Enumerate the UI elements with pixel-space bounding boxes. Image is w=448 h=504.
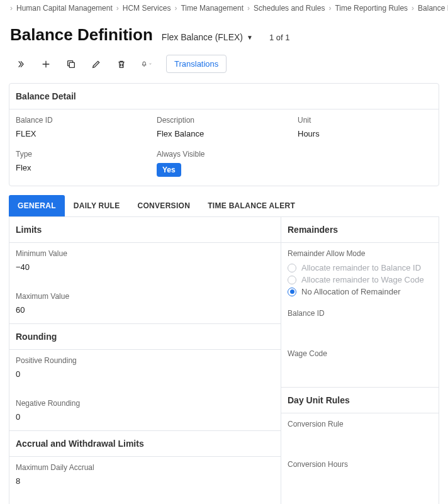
section-title-accrual: Accrual and Withdrawal Limits [9,430,281,457]
field-label: Minimum Value [16,249,274,258]
description-value: Flex Balance [157,129,291,138]
toolbar: Translations [0,51,448,82]
field-label: Balance ID [16,116,150,125]
page-title: Balance Definition [10,25,153,45]
breadcrumb-item[interactable]: Time Reporting Rules [335,4,408,13]
tab-time-balance-alert[interactable]: TIME BALANCE ALERT [199,195,304,216]
breadcrumb-item[interactable]: Balance Definition [418,4,448,13]
field-label: Wage Code [288,349,432,358]
max-daily-accrual-value: 8 [16,476,274,486]
chevron-down-icon [148,61,152,67]
breadcrumb-item[interactable]: Schedules and Rules [254,4,325,13]
radio-icon [288,276,296,284]
radio-icon [288,288,296,296]
field-label: Type [16,150,150,159]
radio-icon [288,264,296,272]
balance-id-value: FLEX [16,129,150,138]
field-label: Remainder Allow Mode [288,249,432,258]
chevron-right-icon: › [247,4,250,13]
section-title-day-unit-rules: Day Unit Rules [281,387,439,413]
maximum-value: 60 [16,305,274,315]
add-icon[interactable] [40,59,52,70]
field-label: Always Visible [157,150,291,159]
breadcrumb-item[interactable]: Human Capital Management [16,4,113,13]
translations-button[interactable]: Translations [166,55,227,73]
field-label: Balance ID [288,309,432,318]
balance-detail-panel: Balance Detail Balance ID FLEX Type Flex… [9,83,439,186]
radio-allocate-balance[interactable]: Allocate remainder to Balance ID [288,262,432,274]
panel-title: Balance Detail [9,84,439,109]
chevron-right-icon: › [116,4,119,13]
breadcrumb-item[interactable]: HCM Services [123,4,171,13]
field-label: Conversion Hours [288,460,432,469]
tab-daily-rule[interactable]: DAILY RULE [65,195,129,216]
notifications-icon[interactable] [141,59,152,70]
section-title-limits: Limits [9,217,281,243]
tab-general[interactable]: GENERAL [9,195,65,216]
record-selector[interactable]: Flex Balance (FLEX) ▼ [162,32,253,42]
chevron-right-icon: › [328,4,331,13]
chevron-right-icon: › [412,4,414,13]
minimum-value: −40 [16,262,274,272]
negative-rounding-value: 0 [16,412,274,422]
page-header: Balance Definition Flex Balance (FLEX) ▼… [0,16,448,51]
edit-icon[interactable] [91,59,102,70]
field-label: Negative Rounding [16,399,274,408]
section-title-remainders: Remainders [281,217,439,243]
radio-label: Allocate remainder to Balance ID [301,263,421,272]
svg-rect-0 [69,62,74,67]
copy-icon[interactable] [65,59,77,70]
section-title-rounding: Rounding [9,323,281,350]
record-name: Flex Balance (FLEX) [162,32,243,42]
field-label: Positive Rounding [16,356,274,365]
breadcrumb: › Human Capital Management › HCM Service… [0,0,448,16]
radio-label: Allocate remainder to Wage Code [301,275,424,284]
field-label: Maximum Daily Accrual [16,463,274,472]
radio-allocate-wage[interactable]: Allocate remainder to Wage Code [288,274,432,286]
chevron-down-icon: ▼ [247,34,253,41]
field-label: Description [157,116,291,125]
radio-label: No Allocation of Remainder [301,287,401,296]
expand-icon[interactable] [15,59,26,70]
tab-conversion[interactable]: CONVERSION [128,195,199,216]
type-value: Flex [16,163,150,172]
delete-icon[interactable] [116,59,127,70]
positive-rounding-value: 0 [16,369,274,379]
field-label: Conversion Rule [288,420,432,428]
radio-no-allocation[interactable]: No Allocation of Remainder [288,286,432,298]
always-visible-badge: Yes [157,163,181,177]
tab-bar: GENERAL DAILY RULE CONVERSION TIME BALAN… [9,195,439,217]
record-count: 1 of 1 [269,33,290,42]
field-label: Maximum Value [16,292,274,301]
tab-content-general: Limits Minimum Value −40 Maximum Value 6… [9,217,439,504]
chevron-right-icon: › [10,4,13,13]
field-label: Unit [298,116,432,125]
unit-value: Hours [298,129,432,138]
breadcrumb-item[interactable]: Time Management [181,4,244,13]
chevron-right-icon: › [174,4,177,13]
